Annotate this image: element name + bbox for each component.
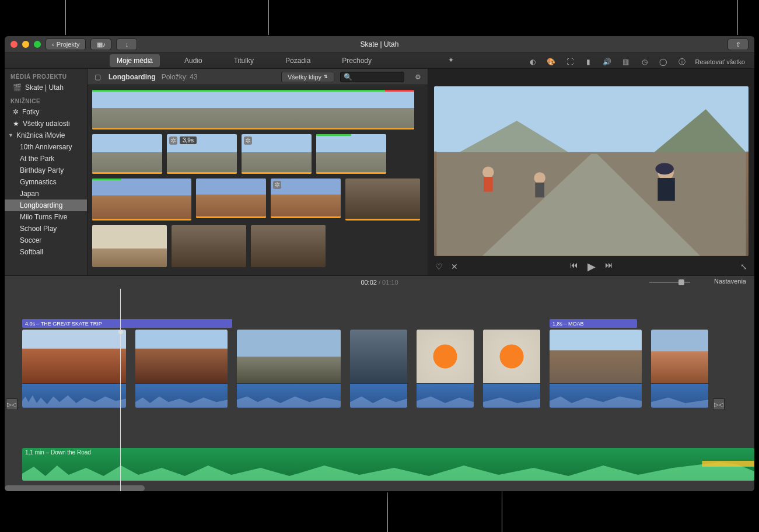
timeline-clip[interactable] (483, 330, 540, 411)
disclosure-triangle-icon[interactable]: ▼ (8, 132, 13, 138)
tab-my-media[interactable]: Moje médiá (110, 54, 160, 67)
clip-thumbnail[interactable]: ✲ (242, 134, 312, 174)
reject-icon[interactable]: ✕ (451, 262, 458, 271)
playhead-marker-icon (117, 289, 124, 290)
sidebar-imovie-library[interactable]: ▼ Knižnica iMovie (5, 130, 87, 141)
chevron-left-icon: ‹ (52, 41, 54, 48)
favorite-icon[interactable]: ♡ (435, 262, 443, 271)
sidebar-event-milo-turns-five[interactable]: Milo Turns Five (5, 211, 87, 223)
timeline-clip[interactable]: 1,8s – MOAB (550, 330, 642, 411)
speed-icon[interactable]: ◷ (639, 57, 650, 67)
sidebar-section-libraries: KNIŽNICE (5, 93, 87, 106)
clip-thumbnail[interactable] (196, 178, 266, 218)
search-icon: 🔍 (344, 73, 352, 81)
timeline-clip[interactable] (417, 330, 474, 411)
clip-thumbnail[interactable] (92, 134, 162, 174)
timeline-clip[interactable]: ▷◁ 4.0s – THE GREAT SKATE TRIP (22, 330, 126, 411)
timeline-scroll[interactable]: ▷◁ 4.0s – THE GREAT SKATE TRIP (5, 289, 754, 491)
close-button[interactable] (11, 41, 18, 48)
tab-backgrounds[interactable]: Pozadia (278, 54, 317, 67)
sidebar-event-label: Birthday Party (20, 166, 64, 174)
sidebar-event-japan[interactable]: Japan (5, 188, 87, 200)
back-projects-button[interactable]: ‹ Projekty (46, 38, 86, 50)
clip-thumbnail[interactable]: ✲ 3,9s (167, 134, 237, 174)
timeline-clip[interactable]: ▷◁ (651, 330, 708, 411)
clip-filmstrip[interactable] (92, 90, 414, 130)
equalizer-icon[interactable]: ▥ (621, 57, 631, 67)
zoom-slider[interactable] (649, 278, 696, 286)
filter-icon[interactable]: ◯ (658, 57, 669, 67)
clip-grid[interactable]: ✲ 3,9s ✲ ✲ (88, 85, 428, 275)
playhead[interactable] (120, 289, 121, 491)
sidebar-event-school-play[interactable]: School Play (5, 223, 87, 235)
list-view-toggle-icon[interactable]: ▢ (92, 72, 103, 82)
sidebar-photos[interactable]: ✲ Fotky (5, 106, 87, 118)
music-track[interactable]: 1,1 min – Down the Road (22, 448, 754, 481)
svg-rect-8 (535, 183, 544, 198)
flower-icon: ✲ (13, 108, 19, 116)
sidebar-event-label: Japan (20, 190, 39, 198)
tab-titles[interactable]: Titulky (227, 54, 261, 67)
sidebar-event-10th-anniversary[interactable]: 10th Anniversary (5, 141, 87, 153)
share-button[interactable]: ⇧ (727, 38, 748, 50)
sidebar-project-item[interactable]: 🎬 Skate | Utah (5, 82, 87, 93)
color-balance-icon[interactable]: ◐ (527, 57, 538, 67)
sidebar-event-gymnastics[interactable]: Gymnastics (5, 176, 87, 188)
sidebar-event-longboarding[interactable]: Longboarding (5, 200, 87, 211)
info-icon[interactable]: ⓘ (677, 57, 687, 67)
browser-settings-icon[interactable]: ⚙ (412, 72, 423, 82)
volume-icon[interactable]: 🔊 (602, 57, 613, 67)
reset-all-button[interactable]: Resetovať všetko (695, 58, 745, 65)
clip-filter-popup[interactable]: Všetky klipy ⇅ (281, 72, 334, 82)
minimize-button[interactable] (22, 41, 29, 48)
tab-transitions[interactable]: Prechody (335, 54, 379, 67)
sidebar-event-soccer[interactable]: Soccer (5, 235, 87, 246)
sidebar-event-at-the-park[interactable]: At the Park (5, 153, 87, 164)
prev-clip-button[interactable]: ⏮ (570, 260, 578, 273)
svg-rect-12 (702, 461, 754, 467)
viewer-canvas[interactable] (434, 86, 748, 256)
clip-thumbnail[interactable] (172, 225, 246, 267)
sidebar-event-birthday-party[interactable]: Birthday Party (5, 164, 87, 176)
play-button[interactable]: ▶ (587, 260, 596, 273)
stabilize-icon[interactable]: ▮ (583, 57, 594, 67)
sidebar-event-label: Softball (20, 248, 43, 256)
title-overlay[interactable]: 1,8s – MOAB (550, 319, 637, 328)
download-arrow-icon: ↓ (125, 41, 129, 48)
sidebar-event-label: Gymnastics (20, 178, 57, 186)
back-label: Projekty (57, 41, 80, 48)
title-overlay-label: 1,8s – MOAB (552, 321, 584, 327)
next-clip-button[interactable]: ⏭ (605, 260, 613, 273)
search-input[interactable] (355, 74, 401, 80)
timeline-clip[interactable] (350, 330, 407, 411)
title-overlay[interactable]: 4.0s – THE GREAT SKATE TRIP (22, 319, 232, 328)
timeline-clip[interactable] (237, 330, 341, 411)
import-download-button[interactable]: ↓ (116, 38, 137, 50)
transition-icon[interactable]: ▷◁ (713, 398, 725, 410)
fullscreen-icon[interactable]: ⤡ (740, 262, 747, 271)
tab-audio[interactable]: Audio (177, 54, 209, 67)
clip-thumbnail[interactable]: ✲ (271, 178, 341, 218)
film-music-icon: ▦♪ (97, 41, 106, 48)
crop-icon[interactable]: ⛶ (565, 57, 575, 67)
clip-thumbnail[interactable] (316, 134, 386, 174)
color-wheel-icon[interactable]: 🎨 (546, 57, 557, 67)
sidebar-all-events[interactable]: ★ Všetky udalosti (5, 118, 87, 130)
maximize-button[interactable] (34, 41, 41, 48)
media-import-button[interactable]: ▦♪ (90, 38, 111, 50)
timeline-settings-button[interactable]: Nastavenia (714, 278, 746, 285)
search-field[interactable]: 🔍 (340, 72, 404, 82)
clip-thumbnail[interactable] (345, 178, 420, 220)
clip-thumbnail[interactable] (251, 225, 326, 267)
timeline-scrollbar[interactable] (5, 485, 145, 491)
clip-thumbnail[interactable] (92, 178, 191, 220)
timeline-clip[interactable] (135, 330, 228, 411)
magic-wand-icon[interactable]: ✦ (446, 55, 456, 65)
titlebar: ‹ Projekty ▦♪ ↓ Skate | Utah ⇧ (5, 36, 754, 52)
sidebar-event-softball[interactable]: Softball (5, 246, 87, 258)
clip-thumbnail[interactable] (92, 225, 167, 267)
clip-filter-label: Všetky klipy (288, 74, 321, 80)
viewer-controls: ♡ ✕ ⏮ ▶ ⏭ ⤡ (428, 258, 754, 275)
transition-icon[interactable]: ▷◁ (6, 398, 18, 410)
clip-browser: ▢ Longboarding Položky: 43 Všetky klipy … (88, 69, 428, 275)
